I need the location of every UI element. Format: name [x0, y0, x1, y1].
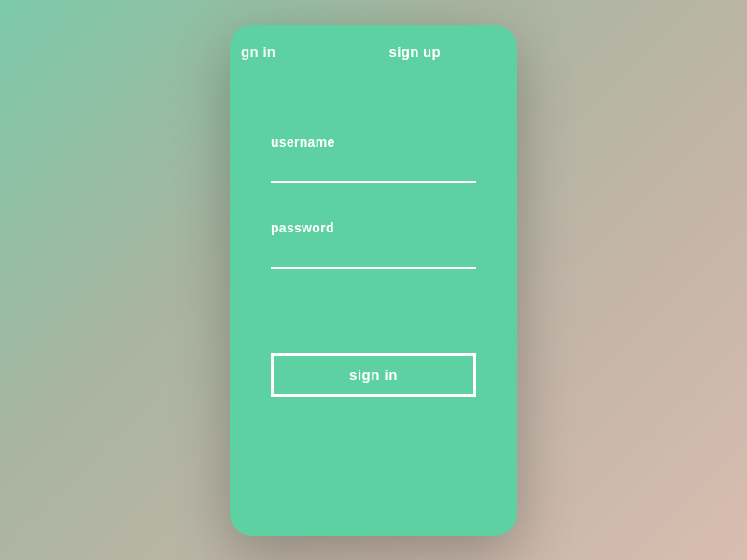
- auth-card: gn in sign up username password sign in: [230, 25, 517, 536]
- tab-signin[interactable]: gn in: [241, 44, 275, 60]
- auth-form: username password sign in: [258, 134, 489, 397]
- tab-signup[interactable]: sign up: [389, 44, 441, 60]
- username-label: username: [271, 134, 476, 149]
- password-label: password: [271, 220, 476, 235]
- username-field-group: username: [271, 134, 476, 183]
- username-input[interactable]: [271, 162, 476, 183]
- tab-bar: gn in sign up: [258, 44, 489, 60]
- password-input[interactable]: [271, 248, 476, 269]
- password-field-group: password: [271, 220, 476, 269]
- signin-button[interactable]: sign in: [271, 353, 476, 397]
